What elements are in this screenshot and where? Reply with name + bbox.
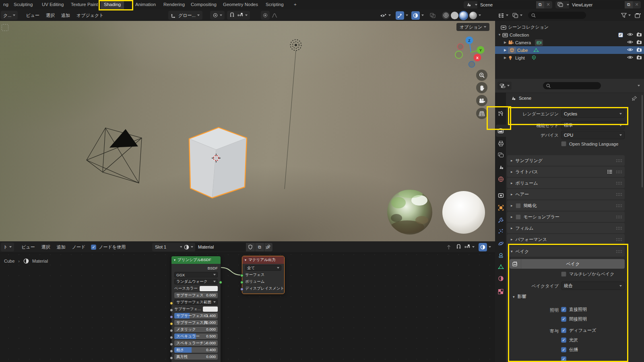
new-collection-button[interactable] bbox=[635, 13, 641, 18]
surface-input-socket[interactable] bbox=[240, 274, 244, 277]
shader-menu-select[interactable]: 選択 bbox=[38, 244, 54, 250]
outliner-camera-row[interactable]: ▶ Camera bbox=[495, 39, 644, 46]
volume-input-socket[interactable] bbox=[240, 281, 244, 284]
panel-volumes[interactable]: ▸ボリューム bbox=[507, 178, 625, 188]
tab-material-icon[interactable] bbox=[496, 274, 506, 283]
collection-checkbox[interactable]: ✓ bbox=[618, 33, 623, 37]
panel-hair[interactable]: ▸ヘアー bbox=[507, 189, 625, 200]
bake-button[interactable]: ベイク bbox=[510, 259, 625, 269]
viewlayer-name[interactable]: ViewLayer bbox=[569, 1, 625, 8]
bsdf-node-header[interactable]: ▾ プリンシプルBSDF bbox=[171, 256, 221, 264]
bake-type-dropdown[interactable]: 統合 bbox=[561, 282, 625, 290]
light-gizmo[interactable] bbox=[291, 40, 301, 51]
bsdf-subsurface-color-row[interactable]: サブサーフェ... bbox=[174, 306, 218, 312]
outliner-cube-row-selected[interactable]: ▶ Cube bbox=[495, 46, 644, 54]
viewlayer-copy-icon[interactable]: ⧉ bbox=[625, 1, 633, 8]
overlays-icon[interactable] bbox=[411, 11, 420, 20]
light-hide-eye-icon[interactable] bbox=[625, 55, 634, 60]
shader-pin-icon[interactable] bbox=[266, 244, 271, 249]
viewlayer-delete-icon[interactable]: ✕ bbox=[633, 1, 641, 8]
shader-menu-node[interactable]: ノード bbox=[69, 244, 89, 250]
camera-view-button[interactable] bbox=[476, 95, 487, 106]
node-principled-bsdf[interactable]: ▾ プリンシプルBSDF BSDF GGX ランダムウォーク ベースカラー サブ… bbox=[171, 256, 221, 362]
base-color-swatch[interactable] bbox=[200, 286, 218, 291]
tab-object-icon[interactable] bbox=[496, 203, 506, 212]
scene-delete-icon[interactable]: ✕ bbox=[544, 1, 552, 8]
use-nodes-row[interactable]: ✓ ノードを使用 bbox=[91, 244, 126, 250]
gizmo-icon[interactable] bbox=[396, 11, 404, 20]
cube-object[interactable] bbox=[189, 128, 247, 198]
menu-object[interactable]: オブジェクト bbox=[73, 12, 107, 19]
bsdf-specular-row[interactable]: スペキュラー0.500 bbox=[174, 333, 218, 339]
tab-texture-paint[interactable]: Texture Paint bbox=[68, 0, 101, 9]
material-copy-icon[interactable]: ⧉ bbox=[255, 243, 264, 251]
shader-editor[interactable]: ト ビュー 選択 追加 ノード ✓ ノードを使用 Slot 1 Material… bbox=[0, 241, 495, 362]
panel-simplify[interactable]: ▸ 簡略化 bbox=[507, 200, 625, 211]
fake-user-shield-icon[interactable] bbox=[246, 243, 255, 251]
scene-copy-icon[interactable]: ⧉ bbox=[536, 1, 544, 8]
subsurface-color-socket[interactable] bbox=[170, 322, 173, 325]
shading-material-preview-icon[interactable] bbox=[460, 12, 467, 19]
transform-orientation-dropdown[interactable]: グロー... bbox=[168, 11, 202, 20]
camera-object[interactable] bbox=[87, 128, 142, 183]
tab-world-icon[interactable] bbox=[496, 174, 506, 184]
subsurface-socket[interactable] bbox=[170, 309, 173, 312]
shading-dropdown-chevron[interactable] bbox=[479, 14, 481, 16]
transmission-row[interactable]: ✓ 伝播 bbox=[561, 347, 578, 353]
subsurface-color-swatch[interactable] bbox=[203, 306, 218, 312]
tab-modeling-partial[interactable]: ng bbox=[0, 0, 12, 9]
viewport-3d[interactable]: オプション bbox=[0, 21, 495, 241]
node-material-output[interactable]: ▾ マテリアル出力 全て サーフェス ボリューム ディスプレイスメント bbox=[242, 256, 285, 294]
shader-overlays-icon[interactable] bbox=[479, 243, 487, 251]
parent-up-arrow-icon[interactable] bbox=[446, 245, 451, 250]
gizmo-axis-neg-y[interactable] bbox=[455, 51, 462, 58]
proportional-falloff-icon[interactable] bbox=[270, 11, 279, 20]
bsdf-specular-tint-row[interactable]: スペキュラーチント0.000 bbox=[174, 340, 218, 346]
zoom-button[interactable] bbox=[476, 70, 487, 81]
add-workspace-button[interactable]: + bbox=[291, 0, 300, 9]
panel-performance[interactable]: ▸パフォーマンス bbox=[507, 234, 625, 245]
tab-output-icon[interactable] bbox=[496, 139, 506, 148]
displacement-input-socket[interactable] bbox=[240, 288, 244, 291]
outliner-filter-collection-dropdown[interactable] bbox=[512, 13, 522, 18]
subsurface-ior-socket[interactable] bbox=[170, 329, 173, 332]
tab-constraints-icon[interactable] bbox=[496, 251, 506, 260]
properties-scrollbar[interactable] bbox=[642, 95, 643, 187]
use-nodes-checkbox[interactable]: ✓ bbox=[91, 245, 96, 250]
metallic-socket[interactable] bbox=[170, 343, 173, 346]
pivot-point-dropdown[interactable] bbox=[210, 11, 225, 20]
feature-set-dropdown[interactable]: 標準 bbox=[561, 121, 625, 130]
multires-checkbox[interactable] bbox=[561, 272, 566, 277]
tab-collection-icon[interactable] bbox=[496, 190, 506, 200]
tab-uv-editing[interactable]: UV Editing bbox=[39, 0, 67, 9]
shading-solid-icon[interactable] bbox=[451, 12, 458, 19]
collection-hide-eye-icon[interactable] bbox=[625, 32, 634, 37]
tab-animation[interactable]: Animation bbox=[132, 0, 159, 9]
collection-render-camera-icon[interactable] bbox=[634, 32, 644, 37]
scene-selector[interactable]: Scene ⧉ ✕ bbox=[464, 1, 552, 8]
bsdf-subsurface-radius-dropdown[interactable]: サブサーフェス範囲 bbox=[174, 299, 218, 305]
panel-motion-blur[interactable]: ▸ モーションブラー bbox=[507, 212, 625, 222]
proportional-edit-icon[interactable] bbox=[261, 11, 270, 20]
proportional-editing-group[interactable] bbox=[261, 11, 279, 20]
tab-texture-icon[interactable] bbox=[496, 287, 506, 296]
tab-shading[interactable]: Shading bbox=[101, 0, 124, 9]
shading-rendered-icon[interactable] bbox=[469, 12, 477, 19]
output-node-header[interactable]: ▾ マテリアル出力 bbox=[242, 256, 284, 264]
shader-snap-target-icon[interactable] bbox=[464, 245, 471, 249]
camera-hide-eye-icon[interactable] bbox=[625, 40, 634, 45]
gizmo-toggle-dropdown[interactable] bbox=[396, 11, 408, 20]
tab-view-layer-icon[interactable] bbox=[496, 150, 506, 160]
outliner-search-input[interactable] bbox=[528, 12, 586, 19]
clipped-influence-row[interactable]: ✓ bbox=[561, 356, 566, 362]
pan-hand-button[interactable] bbox=[476, 82, 487, 93]
navigation-gizmo[interactable]: Z Y X bbox=[455, 37, 485, 68]
tab-compositing[interactable]: Compositing bbox=[188, 0, 220, 9]
light-render-icon[interactable] bbox=[634, 55, 644, 60]
overlays-toggle-dropdown[interactable] bbox=[411, 11, 424, 20]
menu-view[interactable]: ビュー bbox=[23, 12, 43, 19]
osl-checkbox[interactable] bbox=[561, 141, 566, 146]
tab-physics-icon[interactable] bbox=[496, 239, 506, 248]
bsdf-subsurface-row[interactable]: サブサーフェス0.000 bbox=[174, 292, 218, 298]
transmission-checkbox[interactable]: ✓ bbox=[561, 347, 566, 352]
